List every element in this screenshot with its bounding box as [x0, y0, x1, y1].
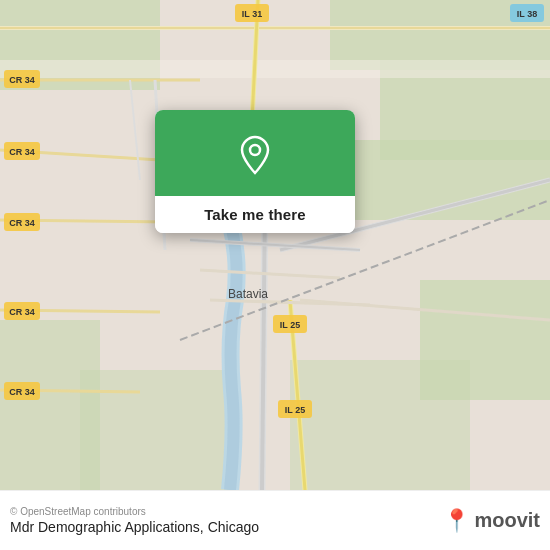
svg-text:Batavia: Batavia	[228, 287, 268, 301]
location-popup: Take me there	[155, 110, 355, 233]
svg-text:CR 34: CR 34	[9, 218, 35, 228]
svg-text:CR 34: CR 34	[9, 75, 35, 85]
footer: © OpenStreetMap contributors Mdr Demogra…	[0, 490, 550, 550]
svg-text:IL 31: IL 31	[242, 9, 262, 19]
svg-text:IL 25: IL 25	[280, 320, 300, 330]
attribution-text: © OpenStreetMap contributors	[10, 506, 259, 517]
svg-text:CR 34: CR 34	[9, 387, 35, 397]
take-me-there-button[interactable]: Take me there	[155, 196, 355, 233]
popup-triangle	[243, 232, 267, 233]
moovit-pin-icon: 📍	[443, 508, 470, 534]
svg-text:IL 38: IL 38	[517, 9, 537, 19]
map-container: CR 34 CR 34 CR 34 CR 34 CR 34 IL 31 IL 3…	[0, 0, 550, 490]
footer-info: © OpenStreetMap contributors Mdr Demogra…	[10, 506, 259, 535]
svg-rect-8	[290, 360, 470, 490]
app-title: Mdr Demographic Applications, Chicago	[10, 519, 259, 535]
svg-rect-7	[80, 370, 230, 490]
moovit-logo: 📍 moovit	[443, 508, 540, 534]
moovit-wordmark: moovit	[474, 509, 540, 532]
svg-text:CR 34: CR 34	[9, 147, 35, 157]
svg-text:CR 34: CR 34	[9, 307, 35, 317]
svg-text:IL 25: IL 25	[285, 405, 305, 415]
svg-rect-9	[0, 60, 550, 78]
popup-header	[155, 110, 355, 196]
svg-point-52	[250, 145, 260, 155]
location-pin-icon	[232, 132, 278, 178]
